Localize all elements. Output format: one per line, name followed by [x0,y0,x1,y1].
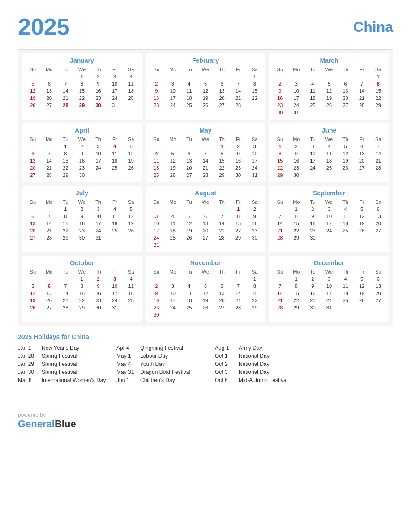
holiday-date: Jan 29 [18,361,38,367]
day-header: Mo [165,136,181,143]
day-cell: 7 [214,213,230,220]
day-cell: 13 [370,213,386,220]
day-cell [337,73,354,80]
day-cell: 13 [370,283,386,290]
day-cell: 9 [230,150,247,157]
day-cell: 27 [41,102,58,109]
day-cell: 19 [197,297,214,304]
day-cell: 19 [321,94,338,102]
holiday-date: May 4 [116,361,137,367]
day-cell: 28 [272,304,288,311]
day-header: Su [25,268,41,275]
day-cell [321,73,338,80]
day-cell: 13 [214,290,230,297]
day-cell: 8 [288,213,305,220]
day-cell: 31 [107,102,123,109]
day-cell: 5 [123,143,139,150]
day-cell: 6 [41,283,58,290]
day-header: Fr [230,268,247,275]
day-cell: 14 [230,87,247,94]
brand-name: GeneralBlue [18,418,393,430]
day-header: Th [90,198,107,206]
day-cell [230,241,247,249]
day-cell: 17 [107,290,123,297]
day-cell [25,73,41,80]
day-cell: 5 [197,80,214,87]
day-cell [246,311,263,318]
day-cell: 13 [214,87,230,94]
month-box-september: SeptemberSuMoTuWeThFrSa12345678910111213… [269,186,389,252]
day-cell: 28 [57,304,74,311]
day-cell: 1 [57,143,74,150]
day-cell: 20 [214,297,230,304]
day-cell: 24 [107,94,123,102]
day-cell [165,311,181,318]
day-cell: 16 [74,220,90,227]
day-cell: 15 [288,220,305,227]
day-cell: 20 [41,94,58,102]
day-cell: 29 [370,102,386,109]
day-cell: 25 [181,102,197,109]
holiday-item: Jan 30Spring Festival [18,369,116,375]
holiday-item: Jan 1New Year's Day [18,345,116,351]
day-cell: 4 [181,80,197,87]
day-cell: 2 [272,80,288,87]
day-cell: 18 [107,220,123,227]
day-cell: 27 [197,234,214,241]
day-cell: 24 [321,297,338,304]
day-cell: 5 [321,80,338,87]
day-header: Su [272,268,288,275]
day-cell: 4 [304,80,321,87]
day-cell: 2 [74,143,90,150]
day-cell: 11 [123,283,139,290]
day-cell [57,73,74,80]
day-cell [272,73,288,80]
day-cell: 24 [148,234,165,241]
day-cell [246,241,263,249]
month-box-november: NovemberSuMoTuWeThFrSa123456789101112131… [146,256,265,322]
day-header: Tu [304,66,321,73]
day-cell: 16 [288,157,305,164]
day-cell: 2 [90,73,107,80]
day-cell [41,275,58,283]
day-cell: 26 [165,172,181,179]
day-cell [214,206,230,213]
day-header: Sa [123,268,139,275]
day-header: We [321,66,338,73]
day-cell: 17 [288,94,305,102]
day-cell [90,172,107,179]
day-header: Fr [354,136,370,143]
day-cell: 18 [148,164,165,172]
day-cell: 16 [148,94,165,102]
day-cell: 23 [304,297,321,304]
day-cell: 26 [123,164,139,172]
day-cell: 19 [181,227,197,234]
holiday-date: Oct 2 [215,361,235,367]
day-cell: 8 [57,150,74,157]
day-cell: 23 [148,304,165,311]
day-cell [165,241,181,249]
day-header: Su [25,66,41,73]
day-cell: 6 [370,206,386,213]
day-cell: 21 [354,94,370,102]
day-cell: 19 [197,94,214,102]
day-cell: 29 [74,304,90,311]
day-cell: 13 [41,290,58,297]
day-cell: 14 [272,290,288,297]
day-header: Fr [230,136,247,143]
day-cell: 9 [304,283,321,290]
day-cell [354,234,370,241]
day-cell: 12 [123,213,139,220]
day-cell: 18 [304,94,321,102]
day-cell: 26 [123,227,139,234]
day-cell [337,172,354,179]
day-cell: 24 [165,304,181,311]
day-cell: 11 [165,220,181,227]
day-cell: 9 [90,283,107,290]
day-cell: 8 [57,213,74,220]
day-cell: 18 [123,87,139,94]
day-cell: 28 [197,172,214,179]
day-cell: 4 [123,275,139,283]
day-cell: 16 [230,157,247,164]
day-cell: 9 [148,290,165,297]
